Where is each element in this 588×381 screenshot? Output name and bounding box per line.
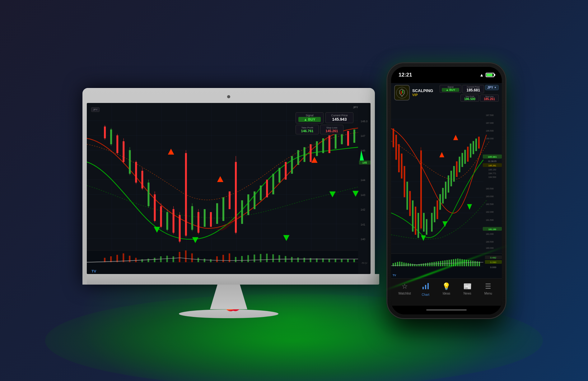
imac-version-badge: JPY <box>91 107 100 112</box>
svg-rect-273 <box>427 283 429 289</box>
svg-rect-122 <box>210 259 212 262</box>
watchlist-label: Watchlist <box>398 292 411 295</box>
svg-rect-136 <box>297 257 299 262</box>
phone-status-icons: ▲ <box>479 72 494 77</box>
svg-rect-77 <box>353 129 355 143</box>
svg-rect-63 <box>266 179 268 197</box>
imac-stand-neck <box>210 285 247 309</box>
svg-text:148.0: 148.0 <box>361 119 368 123</box>
menu-icon: ☰ <box>485 282 491 290</box>
svg-text:187.500: 187.500 <box>486 114 494 116</box>
svg-rect-130 <box>260 254 261 262</box>
svg-rect-238 <box>423 263 424 266</box>
svg-rect-168 <box>406 182 408 210</box>
svg-rect-187 <box>459 156 460 172</box>
nav-item-watchlist[interactable]: ☆ Watchlist <box>395 282 414 295</box>
wifi-icon: ▲ <box>479 72 484 77</box>
phone-dynamic-island <box>426 67 467 78</box>
svg-text:184.500: 184.500 <box>488 176 496 178</box>
svg-rect-59 <box>241 200 243 224</box>
chart-label: Chart <box>422 293 429 296</box>
svg-rect-67 <box>291 156 293 174</box>
svg-text:TV: TV <box>393 273 396 276</box>
svg-rect-166 <box>401 153 403 178</box>
svg-rect-120 <box>198 258 199 262</box>
svg-rect-131 <box>266 253 268 262</box>
svg-text:142: 142 <box>361 208 365 211</box>
svg-rect-263 <box>477 261 478 266</box>
svg-rect-123 <box>216 256 218 262</box>
svg-rect-173 <box>420 150 422 228</box>
nav-item-ideas[interactable]: 💡 Ideas <box>437 282 456 295</box>
svg-rect-192 <box>473 141 474 154</box>
chart-icon <box>422 282 429 292</box>
svg-rect-190 <box>467 146 469 161</box>
svg-text:181.000: 181.000 <box>486 233 494 235</box>
phone-brand-vip: VIP <box>412 93 433 97</box>
phone-chart-body: 185.681 01:38:05 185.261 185.150 184.771… <box>391 104 502 253</box>
svg-rect-186 <box>456 161 458 177</box>
svg-rect-242 <box>432 262 433 266</box>
nav-item-chart[interactable]: Chart <box>416 282 435 296</box>
svg-rect-138 <box>310 258 311 262</box>
imac-price-value: 145.943 <box>328 117 351 122</box>
svg-rect-254 <box>457 258 459 266</box>
imac-display: JPY <box>82 88 375 318</box>
phone-signal-area: Signal ▲ BUY Current Price 185.681 JPY ▼ <box>440 85 499 102</box>
svg-text:146: 146 <box>361 149 365 152</box>
svg-rect-175 <box>423 213 425 231</box>
svg-rect-52 <box>204 209 206 227</box>
svg-rect-62 <box>260 185 262 200</box>
phone-oscillator: TV 0.482 0.390 0.000 <box>391 253 502 278</box>
svg-rect-128 <box>247 255 249 262</box>
svg-rect-121 <box>204 258 205 262</box>
svg-rect-271 <box>422 287 424 289</box>
svg-text:01:38:05: 01:38:05 <box>488 160 497 162</box>
svg-rect-69 <box>304 147 306 162</box>
svg-rect-127 <box>241 256 243 262</box>
svg-rect-164 <box>395 135 397 160</box>
svg-rect-151 <box>401 91 402 94</box>
nav-item-news[interactable]: 📰 News <box>458 282 477 295</box>
svg-rect-234 <box>414 264 415 266</box>
svg-rect-53 <box>210 212 212 226</box>
imac-chin: 🍎 <box>87 274 379 285</box>
svg-rect-111 <box>141 259 143 262</box>
phone-screen: 12:21 ▲ <box>391 67 502 314</box>
nav-item-menu[interactable]: ☰ Menu <box>479 282 497 295</box>
svg-rect-237 <box>421 264 422 266</box>
svg-rect-194 <box>478 137 480 148</box>
phone-brand-name: SCALPING <box>412 88 433 93</box>
phone-tp-value: 186.500 <box>462 97 477 101</box>
svg-rect-167 <box>404 166 405 197</box>
imac-buy-badge: ▲ BUY <box>298 117 321 122</box>
svg-text:0.482: 0.482 <box>490 256 496 259</box>
svg-rect-243 <box>433 262 435 266</box>
svg-rect-129 <box>254 254 255 262</box>
phone-home-indicator <box>391 306 502 314</box>
svg-rect-225 <box>395 263 396 266</box>
imac-signal-label: Signal <box>298 114 321 117</box>
svg-rect-71 <box>316 141 318 156</box>
svg-rect-178 <box>434 207 435 222</box>
phone-signal-box: Signal ▲ BUY <box>440 85 461 93</box>
svg-rect-171 <box>415 207 416 235</box>
imac-screen-outer: JPY <box>82 88 375 285</box>
svg-rect-68 <box>297 150 299 165</box>
svg-rect-259 <box>468 260 469 266</box>
svg-rect-226 <box>397 262 398 266</box>
svg-rect-126 <box>235 257 236 262</box>
svg-rect-262 <box>474 261 476 266</box>
svg-rect-65 <box>278 168 280 182</box>
imac-tp-label: Take Profit <box>298 126 317 129</box>
phone-tp-box: Take Profit 186.500 <box>460 95 479 102</box>
svg-rect-180 <box>439 194 441 210</box>
phone-signal-label: Signal <box>442 86 459 88</box>
svg-text:185.150: 185.150 <box>488 168 496 170</box>
svg-rect-118 <box>185 250 187 262</box>
svg-rect-231 <box>408 263 409 266</box>
svg-rect-56 <box>229 191 231 209</box>
svg-rect-250 <box>449 260 450 266</box>
battery-fill <box>487 74 492 76</box>
svg-text:181.500: 181.500 <box>486 219 494 221</box>
